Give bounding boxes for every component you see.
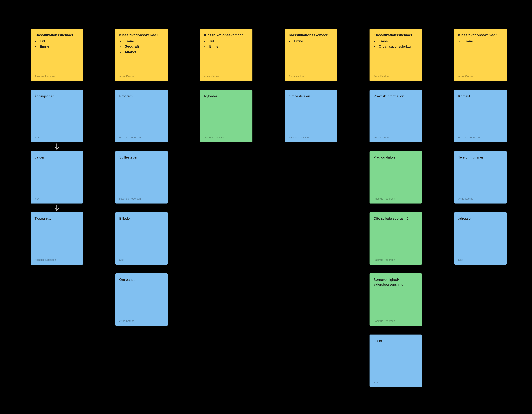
card-title: åbningstider bbox=[35, 94, 79, 99]
classification-item: Emne bbox=[294, 39, 333, 44]
classification-item: Emne bbox=[124, 39, 164, 44]
sticky-note[interactable]: SpillestederRasmus Pedersen bbox=[115, 151, 168, 204]
sticky-note[interactable]: Ofte stillede spørgsmålRasmus Pedersen bbox=[370, 212, 422, 265]
classification-item: Geografi bbox=[124, 44, 164, 50]
card-title: Om bands bbox=[119, 278, 164, 282]
card-title: Om festivalen bbox=[289, 94, 333, 99]
classification-item: Emne bbox=[40, 44, 79, 50]
card-author: alex bbox=[119, 259, 164, 261]
card-author: Anna Katrine bbox=[119, 320, 164, 322]
card-author: Nicholas Laustsen bbox=[204, 136, 248, 139]
sticky-note[interactable]: TidspunkterNicholas Laustsen bbox=[31, 212, 83, 265]
classification-list: TidEmne bbox=[35, 39, 79, 50]
card-title: Billeder bbox=[119, 216, 164, 221]
card-author: alex bbox=[35, 136, 79, 139]
classification-header-card[interactable]: KlassifikationsskemaerEmneAnna Katrine bbox=[285, 29, 337, 81]
sticky-note[interactable]: Om bandsAnna Katrine bbox=[115, 273, 168, 326]
classification-item: Emne bbox=[463, 39, 503, 44]
card-author: Anna Katrine bbox=[458, 75, 503, 78]
card-title: datoer bbox=[35, 155, 79, 160]
sticky-note-canvas[interactable]: KlassifikationsskemaerTidEmneRasmus Pede… bbox=[0, 0, 532, 414]
card-author: Nicholas Laustsen bbox=[289, 136, 333, 139]
classification-item: Emne bbox=[379, 39, 418, 44]
card-title: Nyheder bbox=[204, 94, 248, 99]
classification-header-card[interactable]: KlassifikationsskemaerEmneOrganisationss… bbox=[370, 29, 422, 81]
card-author: Rasmus Pedersen bbox=[458, 136, 503, 139]
card-author: Anna Katrine bbox=[289, 75, 333, 78]
card-author: Anna Katrine bbox=[119, 75, 164, 78]
sticky-note[interactable]: Mad og drikkeRasmus Pedersen bbox=[370, 151, 422, 204]
card-author: Rasmus Pedersen bbox=[373, 320, 418, 322]
classification-list: Emne bbox=[458, 39, 503, 44]
card-title: Program bbox=[119, 94, 164, 99]
classification-item: Emne bbox=[209, 44, 248, 50]
card-title: Spillesteder bbox=[119, 155, 164, 160]
card-title: priser bbox=[373, 339, 418, 344]
card-author: Anna Katrine bbox=[373, 75, 418, 78]
sticky-note[interactable]: ProgramRasmus Pedersen bbox=[115, 90, 168, 142]
sticky-note[interactable]: Børnevenlighed/ aldersbegrænsningRasmus … bbox=[370, 273, 422, 326]
arrow-down-icon bbox=[31, 204, 83, 212]
card-author: Rasmus Pedersen bbox=[119, 136, 164, 139]
column: KlassifikationsskemaerEmneOrganisationss… bbox=[370, 29, 422, 396]
sticky-note[interactable]: adressealex bbox=[454, 212, 507, 265]
card-header-title: Klassifikationsskemaer bbox=[458, 33, 503, 38]
classification-list: Emne bbox=[289, 39, 333, 44]
column: KlassifikationsskemaerTidEmneAnna Katrin… bbox=[200, 29, 252, 151]
card-header-title: Klassifikationsskemaer bbox=[35, 33, 79, 38]
card-title: Telefon nummer bbox=[458, 155, 503, 160]
sticky-note[interactable]: Billederalex bbox=[115, 212, 168, 265]
sticky-note[interactable]: Om festivalenNicholas Laustsen bbox=[285, 90, 337, 142]
card-title: Børnevenlighed/ aldersbegrænsning bbox=[373, 278, 418, 287]
classification-item: Tid bbox=[40, 39, 79, 44]
card-author: Anna Katrine bbox=[373, 136, 418, 139]
card-header-title: Klassifikationsskemaer bbox=[119, 33, 164, 38]
classification-list: EmneOrganisationsstruktur bbox=[373, 39, 418, 50]
classification-header-card[interactable]: KlassifikationsskemaerEmneAnna Katrine bbox=[454, 29, 507, 81]
card-author: Rasmus Pedersen bbox=[119, 198, 164, 200]
card-title: Praktisk information bbox=[373, 94, 418, 99]
column: KlassifikationsskemaerTidEmneRasmus Pede… bbox=[31, 29, 83, 273]
card-author: Rasmus Pedersen bbox=[373, 259, 418, 261]
classification-item: Tid bbox=[209, 39, 248, 44]
card-header-title: Klassifikationsskemaer bbox=[373, 33, 418, 38]
card-author: Anna Katrine bbox=[458, 198, 503, 200]
card-title: adresse bbox=[458, 216, 503, 221]
card-author: alex bbox=[373, 381, 418, 383]
card-title: Tidspunkter bbox=[35, 216, 79, 221]
card-title: Ofte stillede spørgsmål bbox=[373, 216, 418, 221]
card-author: Rasmus Pedersen bbox=[35, 75, 79, 78]
column: KlassifikationsskemaerEmneAnna KatrineOm… bbox=[285, 29, 337, 151]
arrow-down-icon bbox=[31, 142, 83, 151]
sticky-note[interactable]: datoeralex bbox=[31, 151, 83, 204]
card-header-title: Klassifikationsskemaer bbox=[289, 33, 333, 38]
card-author: alex bbox=[35, 198, 79, 200]
card-author: Anna Katrine bbox=[204, 75, 248, 78]
classification-item: Organisationsstruktur bbox=[379, 44, 418, 50]
sticky-note[interactable]: KontaktRasmus Pedersen bbox=[454, 90, 507, 142]
classification-header-card[interactable]: KlassifikationsskemaerEmneGeografiAlfabe… bbox=[115, 29, 168, 81]
classification-list: EmneGeografiAlfabet bbox=[119, 39, 164, 55]
column: KlassifikationsskemaerEmneAnna KatrineKo… bbox=[454, 29, 507, 273]
classification-header-card[interactable]: KlassifikationsskemaerTidEmneRasmus Pede… bbox=[31, 29, 83, 81]
classification-item: Alfabet bbox=[124, 50, 164, 55]
sticky-note[interactable]: priseralex bbox=[370, 335, 422, 387]
sticky-note[interactable]: Praktisk informationAnna Katrine bbox=[370, 90, 422, 142]
sticky-note[interactable]: åbningstideralex bbox=[31, 90, 83, 142]
sticky-note[interactable]: NyhederNicholas Laustsen bbox=[200, 90, 252, 142]
card-author: Rasmus Pedersen bbox=[373, 198, 418, 200]
card-author: alex bbox=[458, 259, 503, 261]
card-title: Mad og drikke bbox=[373, 155, 418, 160]
card-author: Nicholas Laustsen bbox=[35, 259, 79, 261]
card-title: Kontakt bbox=[458, 94, 503, 99]
classification-list: TidEmne bbox=[204, 39, 248, 50]
classification-header-card[interactable]: KlassifikationsskemaerTidEmneAnna Katrin… bbox=[200, 29, 252, 81]
column: KlassifikationsskemaerEmneGeografiAlfabe… bbox=[115, 29, 168, 335]
sticky-note[interactable]: Telefon nummerAnna Katrine bbox=[454, 151, 507, 204]
card-header-title: Klassifikationsskemaer bbox=[204, 33, 248, 38]
